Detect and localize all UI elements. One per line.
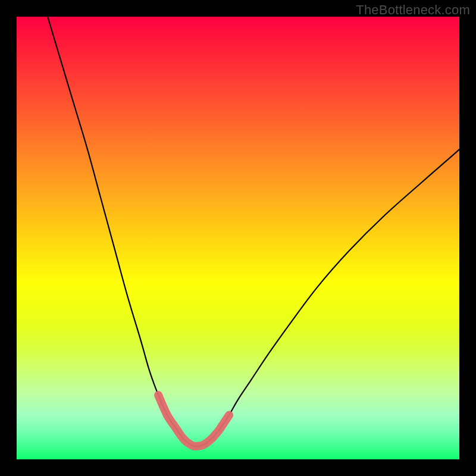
watermark-text: TheBottleneck.com xyxy=(356,2,470,18)
valley-highlight xyxy=(158,395,229,446)
chart-svg xyxy=(17,17,459,459)
chart-frame: TheBottleneck.com xyxy=(0,0,476,476)
bottleneck-curve xyxy=(48,17,459,446)
